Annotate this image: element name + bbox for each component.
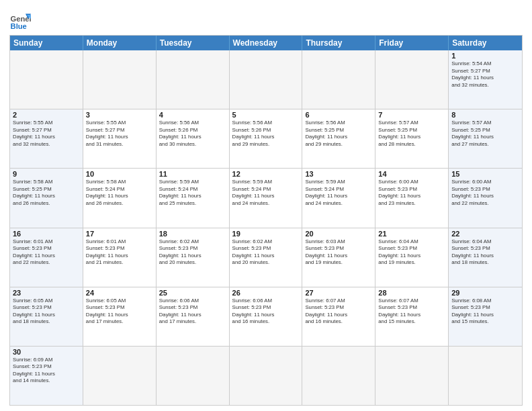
day-info: Sunrise: 6:01 AM Sunset: 5:23 PM Dayligh…	[86, 238, 153, 267]
header-day-friday: Friday	[375, 36, 449, 50]
header-day-thursday: Thursday	[302, 36, 375, 50]
day-cell-27: 27Sunrise: 6:07 AM Sunset: 5:23 PM Dayli…	[302, 287, 375, 346]
day-cell-25: 25Sunrise: 6:06 AM Sunset: 5:23 PM Dayli…	[157, 287, 230, 346]
day-cell-19: 19Sunrise: 6:02 AM Sunset: 5:23 PM Dayli…	[230, 228, 303, 287]
day-number: 10	[86, 170, 153, 178]
day-number: 20	[305, 230, 372, 238]
empty-cell-0-2	[157, 50, 230, 109]
day-cell-17: 17Sunrise: 6:01 AM Sunset: 5:23 PM Dayli…	[83, 228, 157, 287]
day-info: Sunrise: 5:56 AM Sunset: 5:26 PM Dayligh…	[232, 120, 300, 148]
day-cell-2: 2Sunrise: 5:55 AM Sunset: 5:27 PM Daylig…	[10, 109, 83, 168]
day-cell-15: 15Sunrise: 6:00 AM Sunset: 5:23 PM Dayli…	[449, 169, 522, 227]
day-cell-21: 21Sunrise: 6:04 AM Sunset: 5:23 PM Dayli…	[375, 228, 449, 287]
day-cell-24: 24Sunrise: 6:05 AM Sunset: 5:23 PM Dayli…	[83, 287, 157, 346]
calendar-row-4: 23Sunrise: 6:05 AM Sunset: 5:23 PM Dayli…	[10, 287, 522, 347]
day-number: 13	[305, 170, 372, 178]
day-info: Sunrise: 5:58 AM Sunset: 5:24 PM Dayligh…	[86, 179, 153, 207]
header-day-tuesday: Tuesday	[157, 36, 230, 50]
day-cell-12: 12Sunrise: 5:59 AM Sunset: 5:24 PM Dayli…	[230, 169, 303, 227]
day-info: Sunrise: 5:57 AM Sunset: 5:25 PM Dayligh…	[378, 120, 445, 148]
logo: General Blue	[9, 9, 31, 31]
day-info: Sunrise: 6:01 AM Sunset: 5:23 PM Dayligh…	[13, 238, 80, 267]
day-number: 29	[451, 289, 519, 297]
day-info: Sunrise: 5:59 AM Sunset: 5:24 PM Dayligh…	[305, 179, 372, 207]
day-info: Sunrise: 6:02 AM Sunset: 5:23 PM Dayligh…	[232, 238, 300, 267]
day-number: 5	[232, 111, 300, 119]
day-cell-29: 29Sunrise: 6:08 AM Sunset: 5:23 PM Dayli…	[449, 287, 522, 346]
header-day-wednesday: Wednesday	[230, 36, 303, 50]
calendar-row-5: 30Sunrise: 6:09 AM Sunset: 5:23 PM Dayli…	[10, 347, 522, 405]
day-number: 26	[232, 289, 300, 297]
day-cell-16: 16Sunrise: 6:01 AM Sunset: 5:23 PM Dayli…	[10, 228, 83, 287]
svg-text:Blue: Blue	[11, 22, 27, 30]
empty-cell-0-3	[230, 50, 303, 109]
logo-icon: General Blue	[9, 9, 31, 31]
header-day-sunday: Sunday	[10, 36, 83, 50]
day-number: 3	[86, 111, 153, 119]
empty-cell-0-5	[375, 50, 449, 109]
day-info: Sunrise: 6:04 AM Sunset: 5:23 PM Dayligh…	[451, 238, 519, 267]
day-number: 16	[13, 230, 80, 238]
day-cell-18: 18Sunrise: 6:02 AM Sunset: 5:23 PM Dayli…	[157, 228, 230, 287]
day-info: Sunrise: 6:06 AM Sunset: 5:23 PM Dayligh…	[159, 298, 226, 326]
day-cell-7: 7Sunrise: 5:57 AM Sunset: 5:25 PM Daylig…	[375, 109, 449, 168]
empty-cell-5-5	[375, 347, 449, 405]
empty-cell-5-1	[83, 347, 157, 405]
day-number: 21	[378, 230, 445, 238]
day-number: 15	[451, 170, 519, 178]
day-info: Sunrise: 5:56 AM Sunset: 5:26 PM Dayligh…	[159, 120, 226, 148]
day-cell-6: 6Sunrise: 5:56 AM Sunset: 5:25 PM Daylig…	[302, 109, 375, 168]
empty-cell-0-4	[302, 50, 375, 109]
day-info: Sunrise: 5:55 AM Sunset: 5:27 PM Dayligh…	[13, 120, 80, 148]
day-info: Sunrise: 6:05 AM Sunset: 5:23 PM Dayligh…	[13, 298, 80, 326]
day-cell-23: 23Sunrise: 6:05 AM Sunset: 5:23 PM Dayli…	[10, 287, 83, 346]
day-cell-3: 3Sunrise: 5:55 AM Sunset: 5:27 PM Daylig…	[83, 109, 157, 168]
day-info: Sunrise: 5:59 AM Sunset: 5:24 PM Dayligh…	[159, 179, 226, 207]
day-cell-11: 11Sunrise: 5:59 AM Sunset: 5:24 PM Dayli…	[157, 169, 230, 227]
calendar-row-1: 2Sunrise: 5:55 AM Sunset: 5:27 PM Daylig…	[10, 109, 522, 169]
empty-cell-5-6	[449, 347, 522, 405]
day-info: Sunrise: 6:05 AM Sunset: 5:23 PM Dayligh…	[86, 298, 153, 326]
calendar-row-2: 9Sunrise: 5:58 AM Sunset: 5:25 PM Daylig…	[10, 169, 522, 228]
day-number: 12	[232, 170, 300, 178]
calendar-row-3: 16Sunrise: 6:01 AM Sunset: 5:23 PM Dayli…	[10, 228, 522, 287]
calendar-header: SundayMondayTuesdayWednesdayThursdayFrid…	[10, 36, 522, 50]
day-info: Sunrise: 6:06 AM Sunset: 5:23 PM Dayligh…	[232, 298, 300, 326]
day-info: Sunrise: 6:04 AM Sunset: 5:23 PM Dayligh…	[378, 238, 445, 267]
day-cell-9: 9Sunrise: 5:58 AM Sunset: 5:25 PM Daylig…	[10, 169, 83, 227]
header-day-saturday: Saturday	[449, 36, 522, 50]
day-cell-10: 10Sunrise: 5:58 AM Sunset: 5:24 PM Dayli…	[83, 169, 157, 227]
day-info: Sunrise: 5:59 AM Sunset: 5:24 PM Dayligh…	[232, 179, 300, 207]
day-number: 8	[451, 111, 519, 119]
day-cell-13: 13Sunrise: 5:59 AM Sunset: 5:24 PM Dayli…	[302, 169, 375, 227]
day-info: Sunrise: 5:56 AM Sunset: 5:25 PM Dayligh…	[305, 120, 372, 148]
day-cell-26: 26Sunrise: 6:06 AM Sunset: 5:23 PM Dayli…	[230, 287, 303, 346]
empty-cell-5-2	[157, 347, 230, 405]
day-number: 18	[159, 230, 226, 238]
day-info: Sunrise: 6:02 AM Sunset: 5:23 PM Dayligh…	[159, 238, 226, 267]
day-cell-28: 28Sunrise: 6:07 AM Sunset: 5:23 PM Dayli…	[375, 287, 449, 346]
day-number: 22	[451, 230, 519, 238]
day-info: Sunrise: 6:07 AM Sunset: 5:23 PM Dayligh…	[378, 298, 445, 326]
empty-cell-0-0	[10, 50, 83, 109]
day-number: 2	[13, 111, 80, 119]
day-info: Sunrise: 6:07 AM Sunset: 5:23 PM Dayligh…	[305, 298, 372, 326]
day-cell-5: 5Sunrise: 5:56 AM Sunset: 5:26 PM Daylig…	[230, 109, 303, 168]
page: General Blue SundayMondayTuesdayWednesda…	[0, 0, 532, 411]
day-info: Sunrise: 5:54 AM Sunset: 5:27 PM Dayligh…	[451, 60, 519, 89]
day-info: Sunrise: 6:08 AM Sunset: 5:23 PM Dayligh…	[451, 298, 519, 326]
header: General Blue	[9, 7, 523, 31]
day-number: 28	[378, 289, 445, 297]
day-info: Sunrise: 6:00 AM Sunset: 5:23 PM Dayligh…	[378, 179, 445, 207]
calendar-body: 1Sunrise: 5:54 AM Sunset: 5:27 PM Daylig…	[10, 50, 522, 405]
day-cell-8: 8Sunrise: 5:57 AM Sunset: 5:25 PM Daylig…	[449, 109, 522, 168]
day-info: Sunrise: 5:57 AM Sunset: 5:25 PM Dayligh…	[451, 120, 519, 148]
day-info: Sunrise: 6:03 AM Sunset: 5:23 PM Dayligh…	[305, 238, 372, 267]
day-number: 23	[13, 289, 80, 297]
day-info: Sunrise: 5:58 AM Sunset: 5:25 PM Dayligh…	[13, 179, 80, 207]
day-number: 19	[232, 230, 300, 238]
empty-cell-0-1	[83, 50, 157, 109]
day-cell-30: 30Sunrise: 6:09 AM Sunset: 5:23 PM Dayli…	[10, 347, 83, 405]
day-cell-14: 14Sunrise: 6:00 AM Sunset: 5:23 PM Dayli…	[375, 169, 449, 227]
day-number: 11	[159, 170, 226, 178]
